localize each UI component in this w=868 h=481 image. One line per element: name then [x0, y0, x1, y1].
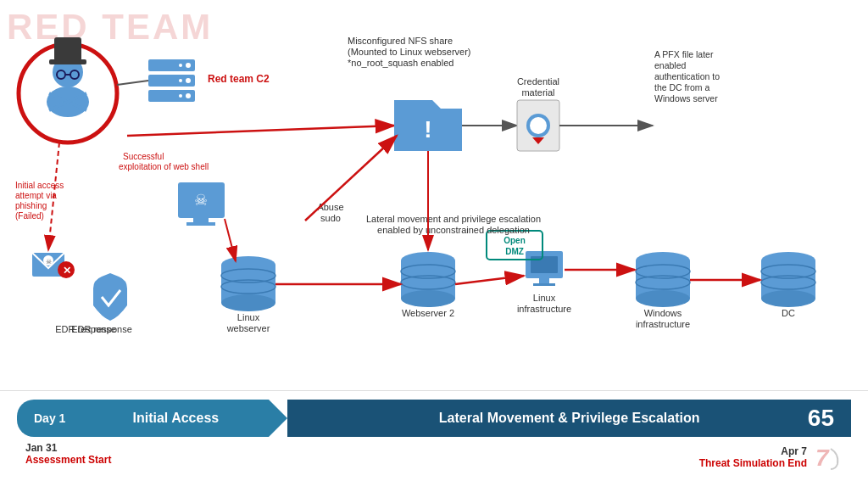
- svg-line-49: [127, 126, 394, 136]
- svg-text:DC: DC: [782, 308, 795, 318]
- svg-text:Webserver 2: Webserver 2: [402, 308, 454, 318]
- date-start-label: Jan 31: [25, 442, 111, 454]
- svg-text:webserver: webserver: [226, 323, 270, 333]
- svg-text:phishing: phishing: [15, 201, 47, 210]
- diagram-svg: Red team C2 ☠ ✕ EDR response EDR respons…: [0, 0, 868, 390]
- main-container: RED TEAM Red team C2: [0, 0, 868, 481]
- lateral-label: Lateral Movement & Privilege Escalation: [439, 411, 700, 426]
- timeline-date-left: Jan 31 Assessment Start: [25, 442, 111, 466]
- svg-text:Lateral movement and privilege: Lateral movement and privilege escalatio…: [366, 214, 541, 224]
- svg-text:!: !: [424, 116, 431, 143]
- svg-text:Windows: Windows: [644, 308, 682, 318]
- timeline-day1: Day 1: [17, 400, 82, 437]
- svg-rect-32: [186, 222, 215, 226]
- svg-point-18: [179, 94, 182, 98]
- svg-text:infrastructure: infrastructure: [517, 304, 571, 314]
- svg-text:(Failed): (Failed): [15, 211, 44, 221]
- svg-text:material: material: [521, 87, 554, 98]
- svg-text:enabled: enabled: [654, 60, 687, 70]
- svg-text:Initial access: Initial access: [15, 181, 64, 190]
- svg-point-58: [530, 117, 547, 134]
- svg-text:Linux: Linux: [533, 293, 556, 303]
- svg-point-14: [186, 78, 191, 83]
- svg-point-94: [761, 290, 815, 307]
- svg-text:sudo: sudo: [320, 213, 341, 223]
- svg-rect-31: [193, 218, 209, 222]
- timeline-arrow-row: Day 1 Initial Access Lateral Movement & …: [0, 400, 868, 437]
- day1-label: Day 1: [34, 411, 65, 425]
- svg-line-50: [225, 219, 236, 261]
- timeline-bar: Day 1 Initial Access Lateral Movement & …: [0, 390, 868, 481]
- svg-text:Windows server: Windows server: [654, 93, 718, 103]
- brand-logo-icon: 7: [812, 442, 843, 473]
- svg-text:(Mounted to Linux webserver): (Mounted to Linux webserver): [348, 47, 471, 57]
- svg-point-11: [186, 63, 191, 68]
- svg-text:Successful: Successful: [123, 152, 164, 161]
- svg-text:Linux: Linux: [237, 312, 260, 322]
- svg-point-86: [636, 290, 690, 307]
- svg-point-35: [221, 294, 275, 311]
- svg-text:enabled by unconstrained deleg: enabled by unconstrained delegation: [377, 225, 530, 235]
- svg-rect-4: [54, 37, 81, 61]
- svg-text:A PFX file later: A PFX file later: [654, 49, 714, 59]
- svg-point-17: [186, 93, 191, 98]
- svg-rect-77: [533, 283, 555, 286]
- svg-text:attempt via: attempt via: [15, 191, 57, 200]
- svg-text:☠: ☠: [46, 258, 52, 266]
- svg-text:✕: ✕: [63, 265, 71, 277]
- timeline-lateral: Lateral Movement & Privilege Escalation …: [287, 400, 851, 437]
- svg-text:authentication to: authentication to: [654, 71, 720, 81]
- svg-point-15: [179, 79, 182, 82]
- timeline-initial-access: Initial Access: [82, 400, 269, 437]
- timeline-dates-row: Jan 31 Assessment Start Apr 7 Threat Sim…: [0, 437, 868, 473]
- svg-point-69: [401, 290, 455, 307]
- lateral-number: 65: [808, 405, 834, 432]
- timeline-arrow-connector: [269, 400, 287, 437]
- svg-line-20: [117, 81, 148, 85]
- date-end-sub: Threat Simulation End: [699, 457, 807, 469]
- date-end-label: Apr 7: [699, 445, 807, 457]
- svg-text:Credential: Credential: [517, 76, 559, 87]
- svg-text:Misconfigured NFS share: Misconfigured NFS share: [348, 36, 453, 46]
- initial-access-label: Initial Access: [133, 411, 220, 426]
- svg-text:Red team C2: Red team C2: [208, 73, 270, 85]
- svg-line-104: [305, 136, 397, 221]
- svg-text:infrastructure: infrastructure: [636, 319, 690, 329]
- svg-text:*no_root_squash enabled: *no_root_squash enabled: [348, 58, 453, 68]
- svg-text:☠: ☠: [194, 192, 208, 209]
- timeline-date-right: Apr 7 Threat Simulation End 7: [699, 442, 843, 473]
- svg-line-83: [455, 276, 524, 284]
- svg-text:Open: Open: [504, 236, 526, 245]
- date-start-sub: Assessment Start: [25, 454, 111, 466]
- svg-text:the DC from a: the DC from a: [654, 82, 710, 92]
- svg-text:EDR response: EDR response: [71, 324, 132, 334]
- svg-text:7: 7: [815, 445, 830, 471]
- svg-text:exploitation of web shell: exploitation of web shell: [119, 162, 209, 171]
- svg-text:DMZ: DMZ: [505, 247, 524, 256]
- svg-rect-76: [539, 278, 549, 283]
- svg-point-12: [179, 64, 182, 67]
